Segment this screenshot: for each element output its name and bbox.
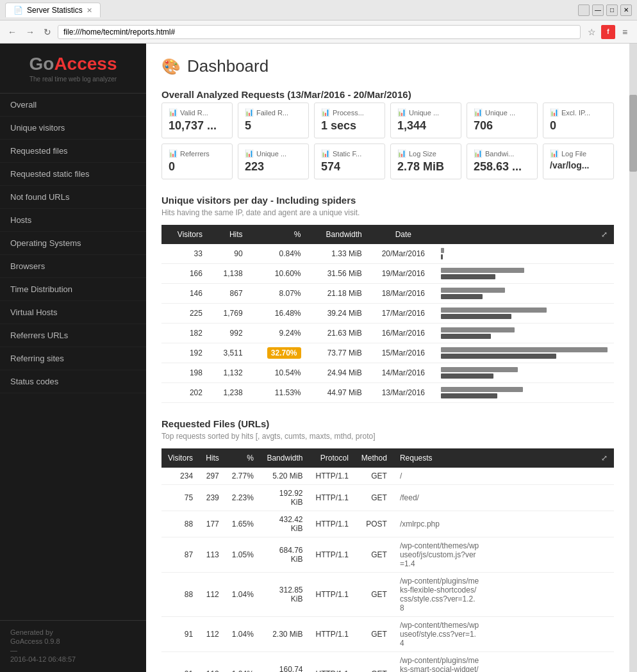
table-row: 202 1,238 11.53% 44.97 MiB 13/Mar/2016 — [161, 383, 614, 403]
sidebar-nav: Overall Unique visitors Requested files … — [0, 94, 146, 620]
cell-date: 16/Mar/2016 — [368, 324, 438, 343]
stat-value-static: 574 — [321, 160, 378, 174]
stat-icon-referrers: 📊 — [169, 149, 178, 158]
cell-hits-f: 239 — [199, 485, 226, 511]
cell-visitors: 192 — [161, 343, 209, 363]
table-row: 182 992 9.24% 21.63 MiB 16/Mar/2016 — [161, 324, 614, 343]
bookmark-icon[interactable]: ☆ — [584, 25, 599, 39]
stat-label-valid: Valid R... — [180, 109, 208, 117]
scrollbar-track[interactable] — [629, 44, 637, 672]
sidebar-item-status-codes[interactable]: Status codes — [0, 370, 146, 393]
sidebar-item-requested-files[interactable]: Requested files — [0, 140, 146, 163]
main-content: 🎨 Dashboard Overall Analyzed Requests (1… — [146, 44, 629, 672]
cell-hits: 992 — [209, 324, 249, 343]
cell-bw: 44.97 MiB — [308, 383, 368, 403]
browser-toolbar: ← → ↻ ☆ f ≡ — [0, 20, 637, 44]
cell-proto-f: HTTP/1.1 — [309, 652, 354, 673]
browser-tab[interactable]: 📄 Server Statistics ✕ — [5, 3, 101, 17]
sidebar-item-hosts[interactable]: Hosts — [0, 209, 146, 232]
cell-date: 18/Mar/2016 — [368, 284, 438, 304]
col-hits: Hits — [209, 225, 249, 244]
menu-icon[interactable]: ≡ — [618, 25, 632, 39]
stat-card-unique-visitors-header: 📊 Unique ... — [397, 108, 454, 117]
col-visitors-f: Visitors — [161, 448, 199, 468]
forward-button[interactable]: → — [23, 26, 37, 38]
scrollbar-thumb[interactable] — [629, 95, 637, 172]
cell-visitors-f: 88 — [161, 573, 199, 617]
tab-close-button[interactable]: ✕ — [87, 6, 92, 15]
cell-visitors: 182 — [161, 324, 209, 343]
overall-section: Overall Analyzed Requests (13/Mar/2016 -… — [161, 89, 614, 179]
address-bar[interactable] — [58, 25, 581, 39]
stat-value-failed: 5 — [245, 119, 302, 133]
visitors-table: Visitors Hits % Bandwidth Date ⤢ 33 90 0… — [161, 225, 614, 403]
stat-card-valid: 📊 Valid R... 10,737 ... — [161, 102, 233, 138]
stat-icon-failed: 📊 — [245, 108, 254, 117]
cell-method-f: GET — [355, 468, 393, 485]
stat-card-excl-ip: 📊 Excl. IP... 0 — [543, 102, 614, 138]
cell-bar — [438, 284, 614, 304]
col-hits-f: Hits — [199, 448, 226, 468]
cell-bar — [438, 343, 614, 363]
cell-pct: 16.48% — [249, 304, 308, 324]
table-row: 91 112 1.04% 2.30 MiB HTTP/1.1 GET /wp-c… — [161, 617, 614, 652]
sidebar-item-requested-static-files[interactable]: Requested static files — [0, 163, 146, 186]
sidebar-item-not-found-urls[interactable]: Not found URLs — [0, 186, 146, 209]
col-method-f: Method — [355, 448, 393, 468]
cell-method-f: GET — [355, 485, 393, 511]
cell-hits: 1,769 — [209, 304, 249, 324]
expand-icon[interactable]: ⤢ — [601, 230, 608, 239]
stat-label-unique3: Unique ... — [256, 150, 286, 158]
sidebar-item-referring-sites[interactable]: Referring sites — [0, 347, 146, 370]
stat-card-unique2-header: 📊 Unique ... — [474, 108, 531, 117]
cell-hits: 1,132 — [209, 363, 249, 383]
cell-proto-f: HTTP/1.1 — [309, 511, 354, 537]
sidebar-item-time-distribution[interactable]: Time Distribution — [0, 278, 146, 301]
cell-bw-f: 5.20 MiB — [260, 468, 310, 485]
window-controls: — □ ✕ — [578, 4, 632, 16]
back-button[interactable]: ← — [5, 26, 19, 38]
flipboard-icon[interactable]: f — [601, 25, 615, 39]
restore-button[interactable] — [578, 4, 590, 16]
expand-icon-files[interactable]: ⤢ — [601, 454, 608, 463]
cell-hits-f: 177 — [199, 511, 226, 537]
files-title: Requested Files (URLs) — [161, 418, 614, 429]
col-bw-f: Bandwidth — [260, 448, 310, 468]
stat-icon-unique3: 📊 — [245, 149, 254, 158]
minimize-button[interactable]: — — [592, 4, 604, 16]
stat-card-bandwidth-header: 📊 Bandwi... — [474, 149, 531, 158]
cell-bw: 73.77 MiB — [308, 343, 368, 363]
cell-bar — [438, 363, 614, 383]
cell-request-f: / — [393, 468, 486, 485]
cell-date: 17/Mar/2016 — [368, 304, 438, 324]
stat-card-unique3-header: 📊 Unique ... — [245, 149, 302, 158]
sidebar-item-overall[interactable]: Overall — [0, 94, 146, 117]
stat-icon-valid: 📊 — [169, 108, 178, 117]
cell-visitors: 202 — [161, 383, 209, 403]
sidebar-item-operating-systems[interactable]: Operating Systems — [0, 232, 146, 255]
sidebar-item-unique-visitors[interactable]: Unique visitors — [0, 117, 146, 140]
stat-label-failed: Failed R... — [256, 109, 288, 117]
sidebar-logo: GoAccess The real time web log analyzer — [0, 44, 146, 94]
stat-value-excl-ip: 0 — [550, 119, 607, 133]
maximize-button[interactable]: □ — [606, 4, 618, 16]
table-row: 198 1,132 10.54% 24.94 MiB 14/Mar/2016 — [161, 363, 614, 383]
sidebar-item-virtual-hosts[interactable]: Virtual Hosts — [0, 301, 146, 324]
visitors-title: Unique visitors per day - Including spid… — [161, 195, 614, 206]
cell-pct: 9.24% — [249, 324, 308, 343]
cell-visitors: 166 — [161, 264, 209, 284]
stat-card-static-header: 📊 Static F... — [321, 149, 378, 158]
sidebar-item-browsers[interactable]: Browsers — [0, 255, 146, 278]
cell-proto-f: HTTP/1.1 — [309, 617, 354, 652]
cell-proto-f: HTTP/1.1 — [309, 573, 354, 617]
cell-date: 15/Mar/2016 — [368, 343, 438, 363]
cell-visitors: 33 — [161, 244, 209, 264]
stat-card-log-size: 📊 Log Size 2.78 MiB — [390, 143, 461, 179]
cell-bw-f: 312.85 KiB — [260, 573, 310, 617]
cell-request-f: /feed/ — [393, 485, 486, 511]
stat-icon-log-size: 📊 — [397, 149, 406, 158]
sidebar-item-referrers-urls[interactable]: Referrers URLs — [0, 324, 146, 347]
reload-button[interactable]: ↻ — [41, 26, 54, 38]
cell-pct: 10.60% — [249, 264, 308, 284]
close-button[interactable]: ✕ — [620, 4, 632, 16]
